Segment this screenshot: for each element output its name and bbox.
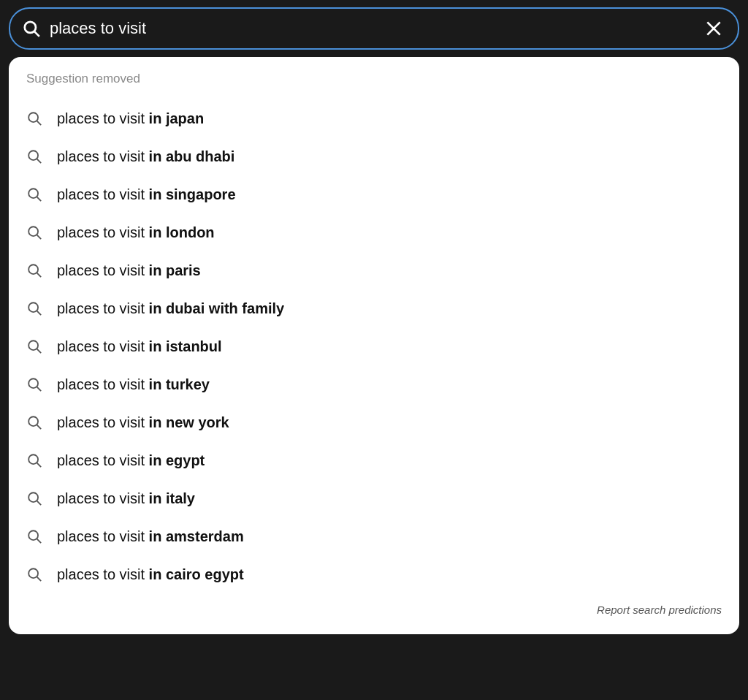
svg-point-8: [28, 189, 38, 198]
suggestion-text: places to visit in cairo egypt: [57, 566, 244, 583]
suggestion-text: places to visit in new york: [57, 414, 229, 431]
suggestion-text: places to visit in amsterdam: [57, 528, 244, 545]
svg-point-4: [28, 113, 38, 122]
report-link-container: Report search predictions: [9, 593, 739, 620]
suggestion-text: places to visit in egypt: [57, 452, 205, 469]
suggestion-text: places to visit in abu dhabi: [57, 148, 234, 165]
svg-point-16: [28, 341, 38, 350]
suggestion-item[interactable]: places to visit in london: [9, 213, 739, 251]
suggestion-item[interactable]: places to visit in japan: [9, 99, 739, 137]
suggestion-text: places to visit in london: [57, 224, 215, 241]
suggestion-search-icon: [26, 452, 42, 468]
suggestion-search-icon: [26, 376, 42, 392]
svg-point-26: [28, 530, 38, 540]
svg-point-18: [28, 378, 38, 388]
suggestion-item[interactable]: places to visit in new york: [9, 403, 739, 441]
suggestion-search-icon: [26, 338, 42, 354]
suggestion-list: places to visit in japan places to visit…: [9, 99, 739, 593]
suggestion-item[interactable]: places to visit in turkey: [9, 365, 739, 403]
suggestion-search-icon: [26, 528, 42, 544]
svg-line-21: [37, 425, 41, 430]
suggestion-removed-label: Suggestion removed: [9, 72, 739, 99]
suggestion-text: places to visit in japan: [57, 110, 204, 127]
suggestion-item[interactable]: places to visit in italy: [9, 479, 739, 517]
suggestion-search-icon: [26, 414, 42, 430]
suggestion-search-icon: [26, 490, 42, 506]
svg-point-14: [28, 303, 38, 312]
svg-line-27: [37, 539, 41, 544]
suggestion-item[interactable]: places to visit in paris: [9, 251, 739, 289]
suggestion-item[interactable]: places to visit in dubai with family: [9, 289, 739, 327]
svg-line-11: [37, 235, 41, 240]
suggestion-text: places to visit in istanbul: [57, 338, 222, 355]
suggestion-search-icon: [26, 566, 42, 582]
suggestion-item[interactable]: places to visit in egypt: [9, 441, 739, 479]
svg-line-25: [37, 501, 41, 506]
suggestion-search-icon: [26, 300, 42, 316]
suggestion-search-icon: [26, 224, 42, 240]
svg-line-29: [37, 577, 41, 582]
suggestion-text: places to visit in italy: [57, 490, 195, 507]
suggestion-text: places to visit in dubai with family: [57, 300, 284, 317]
suggestion-item[interactable]: places to visit in istanbul: [9, 327, 739, 365]
svg-point-6: [28, 151, 38, 160]
suggestion-search-icon: [26, 110, 42, 126]
svg-point-12: [28, 265, 38, 274]
svg-line-7: [37, 159, 41, 164]
svg-point-22: [28, 454, 38, 464]
svg-line-9: [37, 197, 41, 202]
svg-line-23: [37, 463, 41, 468]
report-search-predictions-link[interactable]: Report search predictions: [597, 604, 722, 616]
suggestion-item[interactable]: places to visit in amsterdam: [9, 517, 739, 555]
suggestion-text: places to visit in singapore: [57, 186, 236, 203]
suggestion-search-icon: [26, 186, 42, 202]
svg-point-24: [28, 492, 38, 502]
suggestion-search-icon: [26, 148, 42, 164]
search-input[interactable]: [50, 19, 692, 38]
svg-line-17: [37, 349, 41, 354]
suggestion-item[interactable]: places to visit in abu dhabi: [9, 137, 739, 175]
suggestion-text: places to visit in paris: [57, 262, 201, 279]
suggestion-text: places to visit in turkey: [57, 376, 210, 393]
svg-line-1: [34, 31, 39, 37]
suggestion-search-icon: [26, 262, 42, 278]
svg-line-19: [37, 387, 41, 392]
svg-line-13: [37, 273, 41, 278]
svg-line-5: [37, 121, 41, 126]
suggestions-container: Suggestion removed places to visit in ja…: [9, 57, 739, 634]
clear-button[interactable]: [701, 16, 726, 41]
svg-point-0: [25, 22, 36, 33]
svg-point-10: [28, 227, 38, 236]
svg-point-20: [28, 416, 38, 426]
svg-line-15: [37, 311, 41, 316]
close-icon: [704, 19, 723, 38]
search-bar[interactable]: [9, 7, 739, 50]
suggestion-item[interactable]: places to visit in singapore: [9, 175, 739, 213]
suggestion-item[interactable]: places to visit in cairo egypt: [9, 555, 739, 593]
svg-point-28: [28, 568, 38, 578]
search-icon: [22, 19, 41, 38]
